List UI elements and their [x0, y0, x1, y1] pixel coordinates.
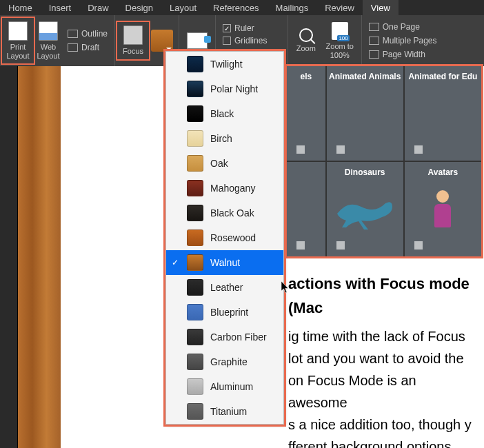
focus-background-dropdown[interactable] [151, 30, 173, 52]
focus-menu-black[interactable]: Black [166, 101, 283, 126]
swatch-icon [187, 354, 203, 370]
swatch-icon [187, 155, 203, 172]
menu-item-label: Aluminum [210, 381, 253, 392]
print-layout-button[interactable]: Print Layout [3, 19, 33, 62]
focus-menu-carbon-fiber[interactable]: Carbon Fiber [166, 325, 283, 349]
cube-icon [414, 241, 423, 250]
focus-menu-graphite[interactable]: Graphite [166, 349, 283, 374]
focus-menu-mahogany[interactable]: Mahogany [166, 176, 283, 201]
model-thumb-animated-animals[interactable]: Animated Animals [327, 66, 403, 161]
one-page-button[interactable]: One Page [365, 21, 441, 33]
tab-design[interactable]: Design [117, 0, 161, 15]
swatch-icon [187, 180, 203, 196]
checkbox-checked-icon: ✓ [223, 24, 231, 32]
model-thumb-dinosaurs[interactable]: Dinosaurs [327, 162, 403, 256]
ruler-checkbox[interactable]: ✓Ruler [219, 23, 285, 34]
web-layout-button[interactable]: Web Layout [33, 19, 63, 62]
swatch-icon [187, 130, 203, 147]
swatch-icon [187, 56, 203, 72]
outline-draft-col: Outline Draft [63, 28, 112, 54]
menu-item-label: Walnut [210, 257, 240, 268]
swatch-icon [187, 329, 203, 345]
avatar-icon [429, 190, 456, 238]
zoom-group: Zoom Zoom to 100% [288, 15, 362, 66]
document-line: s a nice addition too, though y [288, 414, 477, 436]
focus-menu-aluminum[interactable]: Aluminum [166, 374, 283, 399]
page-view-group: One Page Multiple Pages Page Width [362, 15, 444, 66]
tab-references[interactable]: References [205, 0, 267, 15]
model-thumb-animated-for-edu[interactable]: Animated for Edu [405, 66, 481, 161]
zoom-100-label: Zoom to 100% [323, 42, 357, 59]
print-layout-icon [8, 21, 28, 41]
focus-menu-blueprint[interactable]: Blueprint [166, 300, 283, 325]
swatch-icon [187, 254, 203, 271]
one-page-label: One Page [383, 22, 420, 32]
tab-mailings[interactable]: Mailings [268, 0, 317, 15]
focus-menu-leather[interactable]: Leather [166, 275, 283, 300]
tab-layout[interactable]: Layout [161, 0, 205, 15]
swatch-icon [187, 378, 203, 395]
focus-menu-twilight[interactable]: Twilight [166, 52, 283, 77]
focus-menu-titanium[interactable]: Titanium [166, 399, 283, 424]
web-layout-label: Web Layout [34, 43, 62, 59]
views-group: Print Layout Web Layout Outline Draft [0, 15, 115, 66]
menu-item-label: Birch [210, 133, 232, 144]
tab-insert[interactable]: Insert [41, 0, 80, 15]
tab-view[interactable]: View [363, 0, 399, 15]
tab-home[interactable]: Home [0, 0, 41, 15]
model-thumb-blank[interactable] [287, 162, 325, 256]
focus-menu-oak[interactable]: Oak [166, 151, 283, 176]
dinosaur-icon [334, 196, 396, 231]
menu-item-label: Rosewood [210, 232, 256, 243]
gridlines-checkbox[interactable]: Gridlines [219, 35, 285, 46]
focus-menu-birch[interactable]: Birch [166, 126, 283, 151]
menu-item-label: Mahogany [210, 183, 255, 194]
cube-icon [336, 145, 345, 154]
focus-background [18, 66, 61, 448]
focus-menu-walnut[interactable]: ✓Walnut [166, 250, 283, 275]
swatch-icon [187, 105, 203, 122]
print-layout-label: Print Layout [4, 43, 32, 59]
draft-icon [68, 43, 78, 52]
menu-item-label: Black Oak [210, 207, 254, 218]
tab-review[interactable]: Review [316, 0, 363, 15]
model-thumb-els[interactable]: els [287, 66, 325, 161]
multiple-pages-icon [369, 37, 379, 45]
menu-item-label: Oak [210, 158, 228, 169]
magnifier-icon [299, 28, 313, 42]
outline-icon [68, 30, 78, 38]
mouse-cursor-icon [281, 281, 290, 294]
outline-label: Outline [81, 29, 108, 39]
menu-item-label: Carbon Fiber [210, 332, 267, 343]
checkbox-icon [223, 37, 231, 45]
vertical-ruler [0, 66, 18, 448]
tab-draw[interactable]: Draw [79, 0, 117, 15]
swatch-icon [187, 230, 203, 246]
menu-item-label: Black [210, 108, 234, 119]
menu-item-label: Blueprint [210, 307, 248, 318]
chevron-down-icon [166, 48, 172, 50]
check-icon: ✓ [172, 258, 179, 267]
focus-menu-rosewood[interactable]: Rosewood [166, 225, 283, 250]
zoom-100-button[interactable]: Zoom to 100% [321, 19, 359, 61]
focus-background-menu: TwilightPolar NightBlackBirchOakMahogany… [165, 51, 284, 425]
focus-menu-polar-night[interactable]: Polar Night [166, 77, 283, 101]
cube-icon [414, 145, 423, 154]
swatch-icon [187, 304, 203, 320]
focus-button[interactable]: Focus [118, 23, 148, 58]
focus-menu-black-oak[interactable]: Black Oak [166, 201, 283, 225]
cube-icon [296, 241, 305, 250]
immersive-reader-button[interactable] [182, 30, 212, 52]
draft-button[interactable]: Draft [63, 41, 112, 54]
page-width-label: Page Width [383, 50, 425, 59]
multiple-pages-label: Multiple Pages [383, 36, 437, 45]
page-width-button[interactable]: Page Width [365, 48, 441, 61]
page-width-icon [369, 50, 379, 59]
model-thumb-avatars[interactable]: Avatars [405, 162, 481, 256]
swatch-icon [187, 279, 203, 296]
models-panel: elsAnimated AnimalsAnimated for EduDinos… [287, 66, 481, 256]
outline-button[interactable]: Outline [63, 28, 112, 40]
focus-label: Focus [123, 47, 143, 55]
multiple-pages-button[interactable]: Multiple Pages [365, 34, 441, 47]
zoom-button[interactable]: Zoom [291, 26, 321, 55]
